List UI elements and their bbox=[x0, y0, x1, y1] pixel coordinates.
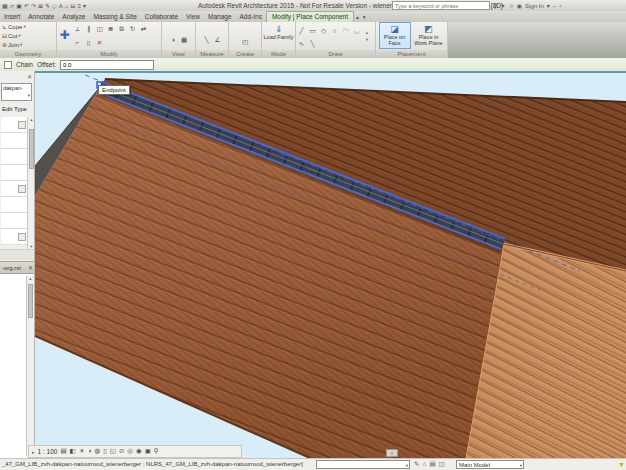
lock-view-icon[interactable]: ⊙ bbox=[119, 448, 124, 455]
move-icon[interactable]: ✚ bbox=[57, 22, 72, 50]
expand-icon[interactable]: ▸ bbox=[32, 449, 35, 455]
shadows-icon[interactable]: ◑ bbox=[88, 448, 92, 455]
align-icon[interactable]: ⟂ bbox=[72, 24, 83, 34]
text-icon[interactable]: A bbox=[59, 3, 63, 9]
draw-scroll-down-icon[interactable]: ▾ bbox=[362, 37, 372, 42]
infocenter-menu-icon[interactable]: ▾ bbox=[547, 3, 550, 9]
tab-add-ins[interactable]: Add-Ins bbox=[236, 12, 266, 22]
parameter-field[interactable] bbox=[1, 197, 27, 213]
draw-scroll-up-icon[interactable]: ▴ bbox=[362, 30, 372, 35]
tab-annotate[interactable]: Annotate bbox=[24, 12, 58, 22]
scroll-up-icon[interactable]: ▴ bbox=[27, 276, 34, 281]
render-icon[interactable]: ◍ bbox=[94, 448, 100, 455]
trim-icon[interactable]: ⌐ bbox=[72, 38, 83, 48]
cope-button[interactable]: ⊾ Cope ▾ bbox=[0, 22, 56, 31]
chain-checkbox[interactable] bbox=[4, 61, 12, 69]
parameter-field[interactable] bbox=[1, 213, 27, 229]
load-family-button[interactable]: ⇓ Load Family bbox=[263, 22, 295, 49]
cut-button[interactable]: ⊟ Cut ▾ bbox=[0, 31, 56, 40]
copy-icon[interactable]: ⧉ bbox=[116, 24, 127, 34]
hide-elements-icon[interactable]: ▦ bbox=[179, 35, 190, 45]
place-on-face-button[interactable]: ◪ Place on Face bbox=[379, 22, 411, 49]
search-icon[interactable]: ⚲ bbox=[493, 3, 497, 9]
infocenter-search-input[interactable] bbox=[392, 1, 490, 10]
create-similar-icon[interactable]: ◰ bbox=[240, 37, 251, 47]
drawing-area[interactable]: ⇄ Endpoint ≡ bbox=[35, 71, 626, 458]
tab-massing-site[interactable]: Massing & Site bbox=[89, 12, 140, 22]
join-button[interactable]: ⊕ Join ▾ bbox=[0, 40, 56, 49]
open-icon[interactable]: ▱ bbox=[10, 3, 15, 9]
temporary-hide-isolate-icon[interactable]: ◎ bbox=[127, 448, 133, 455]
rotate-icon[interactable]: ↻ bbox=[127, 24, 138, 34]
filter-icon[interactable]: ▼ bbox=[618, 461, 625, 468]
scrollbar-thumb[interactable] bbox=[29, 129, 34, 169]
place-on-work-plane-button[interactable]: ◩ Place in Work Plane bbox=[413, 22, 445, 49]
editable-only-icon[interactable]: ✎ bbox=[414, 461, 419, 468]
parameter-field[interactable] bbox=[1, 165, 27, 181]
tab-modify-place-component[interactable]: Modify | Place Component bbox=[266, 11, 354, 22]
visual-style-icon[interactable]: ◧ bbox=[70, 448, 76, 455]
scrollbar-thumb[interactable] bbox=[28, 284, 33, 318]
3d-view[interactable]: ⇄ bbox=[35, 71, 626, 458]
edit-type-button[interactable]: Edit Type bbox=[2, 106, 27, 112]
offset-input[interactable] bbox=[60, 60, 154, 70]
exclude-options-icon[interactable]: ◫ bbox=[439, 461, 445, 468]
project-browser-tree[interactable]: ▴ bbox=[0, 274, 35, 458]
save-icon[interactable]: ▣ bbox=[16, 3, 22, 9]
reveal-constraints-icon[interactable]: ⚲ bbox=[154, 448, 159, 455]
tab-view[interactable]: View bbox=[182, 12, 204, 22]
measure-icon[interactable]: ✎ bbox=[45, 3, 50, 9]
draw-line-icon[interactable]: ╱ bbox=[296, 26, 307, 36]
measure-angle-icon[interactable]: ∠ bbox=[212, 35, 223, 45]
communication-center-icon[interactable]: ✦ bbox=[500, 3, 505, 9]
parameter-field[interactable] bbox=[1, 181, 27, 197]
draw-spline-icon[interactable]: ∿ bbox=[296, 39, 307, 49]
array-icon[interactable]: ≣ bbox=[105, 24, 116, 34]
tab-analyze[interactable]: Analyze bbox=[58, 12, 89, 22]
default-3d-view-icon[interactable]: ⌂ bbox=[65, 3, 69, 9]
thin-lines-icon[interactable]: ≡ bbox=[77, 3, 81, 9]
parameter-field[interactable] bbox=[1, 149, 27, 165]
view-properties-icon[interactable]: ▣ bbox=[145, 448, 151, 455]
close-icon[interactable]: ✕ bbox=[27, 73, 32, 80]
offset-icon[interactable]: ∥ bbox=[83, 24, 94, 34]
reveal-hidden-icon[interactable]: ◉ bbox=[136, 448, 142, 455]
draw-circle-icon[interactable]: ○ bbox=[329, 26, 340, 36]
section-icon[interactable]: ⊟ bbox=[70, 3, 75, 9]
properties-scrollbar[interactable]: ▴ ▾ bbox=[27, 117, 35, 249]
minimize-icon[interactable]: – bbox=[553, 3, 556, 9]
draw-rectangle-icon[interactable]: ▭ bbox=[307, 26, 318, 36]
browser-scrollbar[interactable]: ▴ bbox=[26, 276, 34, 456]
scroll-up-icon[interactable]: ▴ bbox=[28, 117, 35, 122]
main-model-select[interactable]: Main Model ▾ bbox=[456, 460, 524, 469]
canvas-splitter[interactable]: ≡ bbox=[386, 449, 398, 457]
parameter-field[interactable] bbox=[1, 133, 27, 149]
design-options-icon[interactable]: ▤ bbox=[429, 461, 435, 468]
show-crop-icon[interactable]: ◱ bbox=[110, 448, 116, 455]
worksets-icon[interactable]: ⌂ bbox=[422, 461, 426, 468]
tab-collaborate[interactable]: Collaborate bbox=[141, 12, 182, 22]
parameter-field[interactable] bbox=[1, 117, 27, 133]
ribbon-cycle-icon[interactable]: ▴ bbox=[354, 14, 361, 22]
split-icon[interactable]: ▯ bbox=[83, 38, 94, 48]
mirror-icon[interactable]: ◫ bbox=[94, 24, 105, 34]
print-icon[interactable]: ⊞ bbox=[38, 3, 43, 9]
undo-icon[interactable]: ↶ bbox=[24, 3, 29, 9]
view-scale-button[interactable]: 1 : 100 bbox=[38, 448, 58, 455]
qat-customize-icon[interactable]: ▾ bbox=[83, 3, 86, 9]
draw-arc-icon[interactable]: ◠ bbox=[340, 26, 351, 36]
app-menu-icon[interactable]: ▦ bbox=[2, 3, 8, 9]
aligned-dimension-icon[interactable]: ◇ bbox=[52, 3, 57, 9]
flip-icon[interactable]: ⇄ bbox=[138, 24, 149, 34]
crop-view-icon[interactable]: ▯ bbox=[103, 448, 107, 455]
design-options-select[interactable]: ▾ bbox=[316, 460, 410, 469]
tab-insert[interactable]: Insert bbox=[0, 12, 24, 22]
delete-icon[interactable]: ✕ bbox=[94, 38, 105, 48]
measure-distance-icon[interactable]: ╲ bbox=[201, 35, 212, 45]
tab-manage[interactable]: Manage bbox=[204, 12, 236, 22]
favorites-icon[interactable]: ☆ bbox=[508, 3, 513, 9]
redo-icon[interactable]: ↷ bbox=[31, 3, 36, 9]
draw-fillet-arc-icon[interactable]: ◡ bbox=[351, 26, 362, 36]
sun-path-icon[interactable]: ☀ bbox=[79, 448, 85, 455]
ribbon-options-icon[interactable]: ▾ bbox=[361, 14, 368, 22]
